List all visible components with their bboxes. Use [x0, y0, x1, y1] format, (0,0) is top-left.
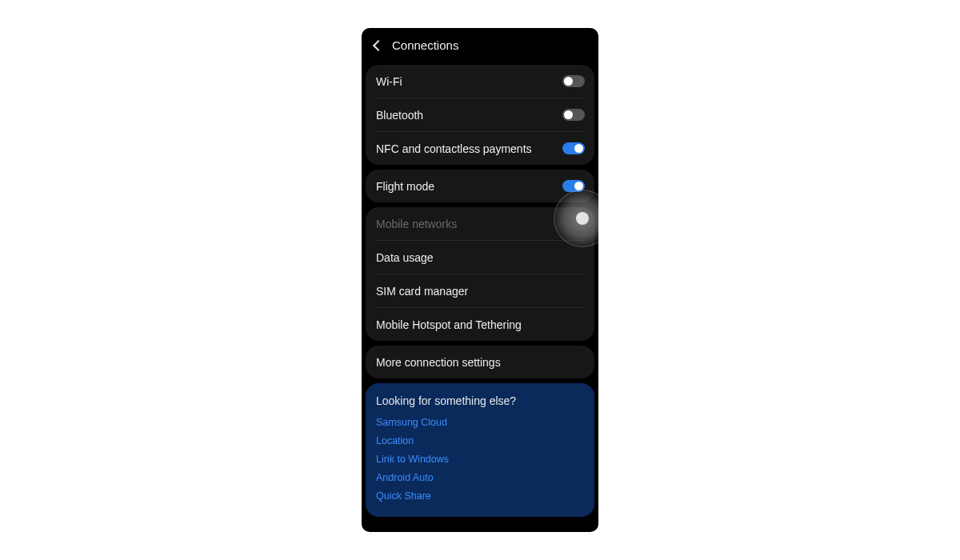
row-mobile-networks: Mobile networks — [366, 207, 594, 240]
row-hotspot-tethering[interactable]: Mobile Hotspot and Tethering — [366, 308, 594, 341]
flight-mode-toggle[interactable] — [562, 180, 585, 192]
row-flight-mode[interactable]: Flight mode — [366, 170, 594, 202]
help-link-link-to-windows[interactable]: Link to Windows — [376, 454, 584, 465]
phone-frame: Connections Wi-Fi Bluetooth NFC and cont… — [362, 28, 598, 532]
chevron-left-icon — [373, 39, 384, 50]
help-card: Looking for something else? Samsung Clou… — [366, 383, 594, 517]
header: Connections — [362, 28, 598, 62]
row-wifi[interactable]: Wi-Fi — [366, 65, 594, 98]
nfc-toggle[interactable] — [562, 142, 585, 154]
row-label: Wi-Fi — [376, 75, 402, 88]
row-label: Flight mode — [376, 180, 434, 193]
page-title: Connections — [392, 38, 458, 52]
help-link-location[interactable]: Location — [376, 435, 584, 446]
row-data-usage[interactable]: Data usage — [366, 241, 594, 274]
row-bluetooth[interactable]: Bluetooth — [366, 98, 594, 131]
help-link-quick-share[interactable]: Quick Share — [376, 490, 584, 502]
row-label: Bluetooth — [376, 109, 423, 122]
bluetooth-toggle[interactable] — [562, 109, 585, 121]
help-link-android-auto[interactable]: Android Auto — [376, 472, 584, 483]
settings-group: Mobile networks Data usage SIM card mana… — [366, 207, 594, 341]
help-title: Looking for something else? — [376, 394, 584, 407]
settings-group: Flight mode — [366, 170, 594, 202]
row-label: Mobile Hotspot and Tethering — [376, 318, 522, 331]
help-link-samsung-cloud[interactable]: Samsung Cloud — [376, 417, 584, 428]
settings-group: More connection settings — [366, 346, 594, 378]
row-label: Mobile networks — [376, 218, 457, 230]
row-more-connection-settings[interactable]: More connection settings — [366, 346, 594, 378]
back-button[interactable] — [374, 42, 382, 50]
row-label: Data usage — [376, 251, 434, 264]
row-label: More connection settings — [376, 356, 501, 369]
wifi-toggle[interactable] — [562, 75, 585, 87]
settings-group: Wi-Fi Bluetooth NFC and contactless paym… — [366, 65, 594, 165]
row-nfc[interactable]: NFC and contactless payments — [366, 132, 594, 165]
row-sim-card-manager[interactable]: SIM card manager — [366, 274, 594, 307]
row-label: NFC and contactless payments — [376, 142, 532, 155]
row-label: SIM card manager — [376, 285, 468, 298]
